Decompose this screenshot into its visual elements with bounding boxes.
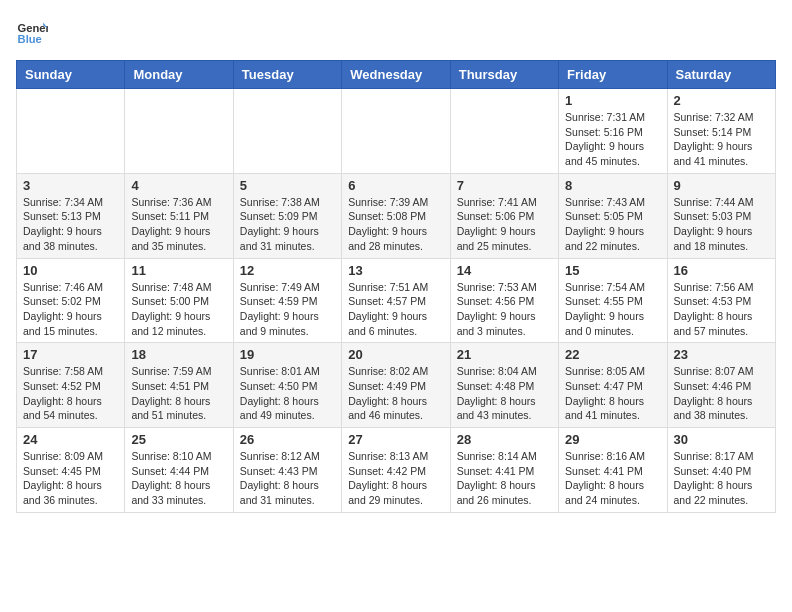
calendar-cell: 21Sunrise: 8:04 AM Sunset: 4:48 PM Dayli… [450,343,558,428]
day-info: Sunrise: 7:32 AM Sunset: 5:14 PM Dayligh… [674,110,769,169]
day-info: Sunrise: 7:54 AM Sunset: 4:55 PM Dayligh… [565,280,660,339]
day-info: Sunrise: 8:12 AM Sunset: 4:43 PM Dayligh… [240,449,335,508]
calendar-cell [342,89,450,174]
calendar-cell: 19Sunrise: 8:01 AM Sunset: 4:50 PM Dayli… [233,343,341,428]
day-number: 29 [565,432,660,447]
day-number: 3 [23,178,118,193]
day-info: Sunrise: 8:07 AM Sunset: 4:46 PM Dayligh… [674,364,769,423]
day-info: Sunrise: 7:41 AM Sunset: 5:06 PM Dayligh… [457,195,552,254]
calendar-cell [450,89,558,174]
calendar-week-5: 24Sunrise: 8:09 AM Sunset: 4:45 PM Dayli… [17,428,776,513]
header-saturday: Saturday [667,61,775,89]
day-number: 20 [348,347,443,362]
calendar-cell: 23Sunrise: 8:07 AM Sunset: 4:46 PM Dayli… [667,343,775,428]
day-number: 26 [240,432,335,447]
calendar-cell: 27Sunrise: 8:13 AM Sunset: 4:42 PM Dayli… [342,428,450,513]
calendar-week-3: 10Sunrise: 7:46 AM Sunset: 5:02 PM Dayli… [17,258,776,343]
header: General Blue [16,16,776,48]
calendar-cell: 29Sunrise: 8:16 AM Sunset: 4:41 PM Dayli… [559,428,667,513]
day-info: Sunrise: 7:49 AM Sunset: 4:59 PM Dayligh… [240,280,335,339]
day-info: Sunrise: 7:53 AM Sunset: 4:56 PM Dayligh… [457,280,552,339]
day-number: 5 [240,178,335,193]
day-info: Sunrise: 8:01 AM Sunset: 4:50 PM Dayligh… [240,364,335,423]
day-number: 15 [565,263,660,278]
calendar-header-row: SundayMondayTuesdayWednesdayThursdayFrid… [17,61,776,89]
day-info: Sunrise: 7:58 AM Sunset: 4:52 PM Dayligh… [23,364,118,423]
header-monday: Monday [125,61,233,89]
day-number: 27 [348,432,443,447]
calendar-cell: 12Sunrise: 7:49 AM Sunset: 4:59 PM Dayli… [233,258,341,343]
calendar-cell: 14Sunrise: 7:53 AM Sunset: 4:56 PM Dayli… [450,258,558,343]
calendar-cell: 16Sunrise: 7:56 AM Sunset: 4:53 PM Dayli… [667,258,775,343]
header-sunday: Sunday [17,61,125,89]
day-number: 23 [674,347,769,362]
header-tuesday: Tuesday [233,61,341,89]
day-number: 11 [131,263,226,278]
day-info: Sunrise: 7:34 AM Sunset: 5:13 PM Dayligh… [23,195,118,254]
header-friday: Friday [559,61,667,89]
day-number: 7 [457,178,552,193]
day-number: 30 [674,432,769,447]
calendar-cell: 4Sunrise: 7:36 AM Sunset: 5:11 PM Daylig… [125,173,233,258]
calendar-week-4: 17Sunrise: 7:58 AM Sunset: 4:52 PM Dayli… [17,343,776,428]
calendar-cell: 26Sunrise: 8:12 AM Sunset: 4:43 PM Dayli… [233,428,341,513]
day-info: Sunrise: 8:14 AM Sunset: 4:41 PM Dayligh… [457,449,552,508]
day-info: Sunrise: 7:39 AM Sunset: 5:08 PM Dayligh… [348,195,443,254]
day-number: 25 [131,432,226,447]
day-number: 9 [674,178,769,193]
calendar-cell: 7Sunrise: 7:41 AM Sunset: 5:06 PM Daylig… [450,173,558,258]
day-info: Sunrise: 8:04 AM Sunset: 4:48 PM Dayligh… [457,364,552,423]
day-info: Sunrise: 7:56 AM Sunset: 4:53 PM Dayligh… [674,280,769,339]
logo: General Blue [16,16,48,48]
calendar-cell: 17Sunrise: 7:58 AM Sunset: 4:52 PM Dayli… [17,343,125,428]
day-number: 19 [240,347,335,362]
day-info: Sunrise: 8:16 AM Sunset: 4:41 PM Dayligh… [565,449,660,508]
calendar-cell: 30Sunrise: 8:17 AM Sunset: 4:40 PM Dayli… [667,428,775,513]
day-number: 28 [457,432,552,447]
calendar-cell: 18Sunrise: 7:59 AM Sunset: 4:51 PM Dayli… [125,343,233,428]
day-number: 1 [565,93,660,108]
calendar-cell [125,89,233,174]
day-info: Sunrise: 8:02 AM Sunset: 4:49 PM Dayligh… [348,364,443,423]
calendar-cell [17,89,125,174]
day-number: 16 [674,263,769,278]
day-info: Sunrise: 7:36 AM Sunset: 5:11 PM Dayligh… [131,195,226,254]
header-wednesday: Wednesday [342,61,450,89]
day-number: 4 [131,178,226,193]
day-info: Sunrise: 8:17 AM Sunset: 4:40 PM Dayligh… [674,449,769,508]
day-number: 10 [23,263,118,278]
calendar-cell: 15Sunrise: 7:54 AM Sunset: 4:55 PM Dayli… [559,258,667,343]
calendar-cell: 24Sunrise: 8:09 AM Sunset: 4:45 PM Dayli… [17,428,125,513]
day-info: Sunrise: 7:46 AM Sunset: 5:02 PM Dayligh… [23,280,118,339]
calendar-cell: 20Sunrise: 8:02 AM Sunset: 4:49 PM Dayli… [342,343,450,428]
day-info: Sunrise: 7:44 AM Sunset: 5:03 PM Dayligh… [674,195,769,254]
day-info: Sunrise: 8:10 AM Sunset: 4:44 PM Dayligh… [131,449,226,508]
day-info: Sunrise: 7:43 AM Sunset: 5:05 PM Dayligh… [565,195,660,254]
calendar: SundayMondayTuesdayWednesdayThursdayFrid… [16,60,776,513]
calendar-cell: 6Sunrise: 7:39 AM Sunset: 5:08 PM Daylig… [342,173,450,258]
calendar-cell: 10Sunrise: 7:46 AM Sunset: 5:02 PM Dayli… [17,258,125,343]
day-number: 24 [23,432,118,447]
calendar-cell: 8Sunrise: 7:43 AM Sunset: 5:05 PM Daylig… [559,173,667,258]
calendar-cell: 1Sunrise: 7:31 AM Sunset: 5:16 PM Daylig… [559,89,667,174]
calendar-cell: 22Sunrise: 8:05 AM Sunset: 4:47 PM Dayli… [559,343,667,428]
day-info: Sunrise: 7:31 AM Sunset: 5:16 PM Dayligh… [565,110,660,169]
day-number: 2 [674,93,769,108]
day-info: Sunrise: 8:05 AM Sunset: 4:47 PM Dayligh… [565,364,660,423]
calendar-cell: 25Sunrise: 8:10 AM Sunset: 4:44 PM Dayli… [125,428,233,513]
day-info: Sunrise: 8:09 AM Sunset: 4:45 PM Dayligh… [23,449,118,508]
day-number: 6 [348,178,443,193]
logo-icon: General Blue [16,16,48,48]
header-thursday: Thursday [450,61,558,89]
calendar-cell: 9Sunrise: 7:44 AM Sunset: 5:03 PM Daylig… [667,173,775,258]
day-number: 21 [457,347,552,362]
day-number: 22 [565,347,660,362]
day-info: Sunrise: 7:48 AM Sunset: 5:00 PM Dayligh… [131,280,226,339]
calendar-cell: 28Sunrise: 8:14 AM Sunset: 4:41 PM Dayli… [450,428,558,513]
calendar-week-2: 3Sunrise: 7:34 AM Sunset: 5:13 PM Daylig… [17,173,776,258]
calendar-cell: 3Sunrise: 7:34 AM Sunset: 5:13 PM Daylig… [17,173,125,258]
calendar-cell: 2Sunrise: 7:32 AM Sunset: 5:14 PM Daylig… [667,89,775,174]
svg-text:Blue: Blue [18,33,42,45]
day-number: 14 [457,263,552,278]
day-number: 13 [348,263,443,278]
